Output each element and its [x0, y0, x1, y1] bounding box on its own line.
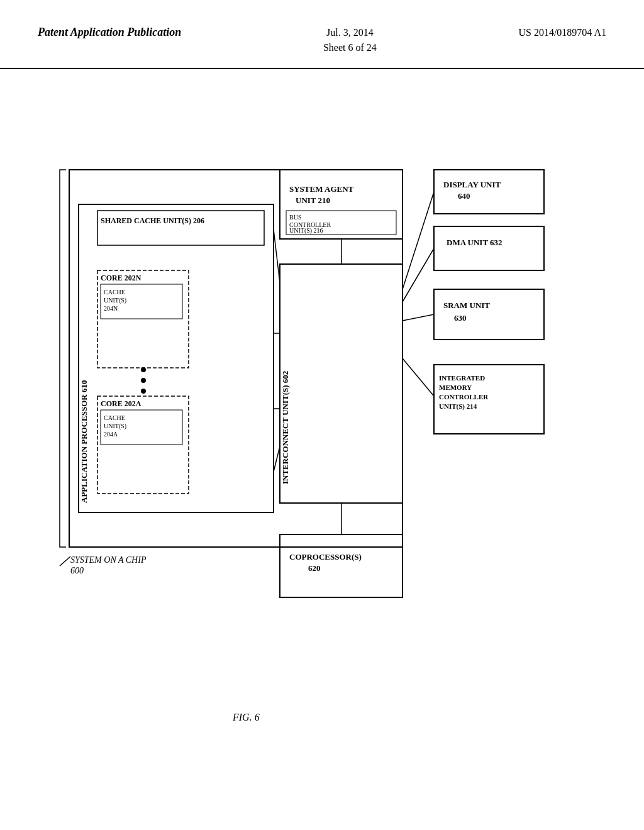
svg-text:COPROCESSOR(S): COPROCESSOR(S)	[289, 552, 362, 562]
svg-text:204N: 204N	[104, 305, 118, 312]
svg-text:APPLICATION PROCESSOR 610: APPLICATION PROCESSOR 610	[79, 380, 89, 503]
svg-text:INTERCONNECT UNIT(S) 602: INTERCONNECT UNIT(S) 602	[280, 371, 290, 484]
svg-rect-46	[434, 289, 544, 340]
sheet-number: Sheet 6 of 24	[323, 42, 377, 53]
svg-text:UNIT(S) 214: UNIT(S) 214	[439, 402, 477, 411]
svg-text:CACHE: CACHE	[104, 289, 125, 296]
date-sheet: Jul. 3, 2014 Sheet 6 of 24	[323, 25, 377, 55]
svg-rect-49	[434, 226, 544, 270]
svg-rect-0	[69, 170, 402, 547]
svg-text:UNIT(S): UNIT(S)	[104, 423, 126, 430]
svg-line-3	[60, 556, 70, 566]
svg-text:CORE 202A: CORE 202A	[101, 399, 142, 408]
svg-point-18	[141, 367, 146, 372]
svg-text:CONTROLLER: CONTROLLER	[439, 393, 489, 401]
patent-number: US 2014/0189704 A1	[518, 25, 606, 40]
svg-line-35	[274, 446, 280, 472]
svg-text:MEMORY: MEMORY	[439, 384, 472, 391]
svg-rect-51	[434, 170, 544, 214]
svg-line-32	[274, 230, 280, 283]
svg-text:SYSTEM ON A CHIP: SYSTEM ON A CHIP	[70, 555, 147, 565]
page-header: Patent Application Publication Jul. 3, 2…	[0, 0, 644, 69]
svg-rect-4	[79, 204, 274, 512]
svg-text:204A: 204A	[104, 431, 118, 438]
publication-label: Patent Application Publication	[38, 25, 181, 40]
svg-text:630: 630	[454, 313, 467, 323]
figure-label: FIG. 6	[233, 712, 260, 723]
svg-text:CORE 202N: CORE 202N	[101, 274, 142, 282]
publication-date: Jul. 3, 2014	[326, 27, 374, 38]
svg-text:620: 620	[308, 563, 321, 573]
svg-text:DMA UNIT 632: DMA UNIT 632	[447, 238, 502, 247]
svg-rect-37	[280, 534, 402, 597]
svg-text:INTEGRATED: INTEGRATED	[439, 374, 485, 382]
svg-text:SRAM UNIT: SRAM UNIT	[443, 301, 490, 310]
svg-point-19	[141, 378, 146, 383]
svg-text:BUS: BUS	[289, 214, 301, 221]
svg-point-20	[141, 389, 146, 394]
svg-rect-30	[280, 264, 402, 503]
diagram-area: SYSTEM ON A CHIP 600 APPLICATION PROCESS…	[0, 69, 644, 761]
circuit-diagram: SYSTEM ON A CHIP 600 APPLICATION PROCESS…	[31, 94, 610, 692]
svg-text:CACHE: CACHE	[104, 414, 125, 421]
svg-line-57	[402, 358, 434, 396]
svg-text:SYSTEM AGENT: SYSTEM AGENT	[289, 184, 354, 194]
svg-text:UNIT 210: UNIT 210	[296, 196, 330, 205]
svg-text:UNIT(S) 216: UNIT(S) 216	[289, 227, 323, 235]
svg-text:SHARED CACHE UNIT(S) 206: SHARED CACHE UNIT(S) 206	[101, 216, 204, 225]
svg-text:DISPLAY UNIT: DISPLAY UNIT	[443, 180, 501, 189]
svg-text:600: 600	[70, 566, 84, 575]
svg-line-56	[402, 314, 434, 321]
svg-text:640: 640	[458, 191, 470, 201]
svg-text:UNIT(S): UNIT(S)	[104, 297, 126, 304]
